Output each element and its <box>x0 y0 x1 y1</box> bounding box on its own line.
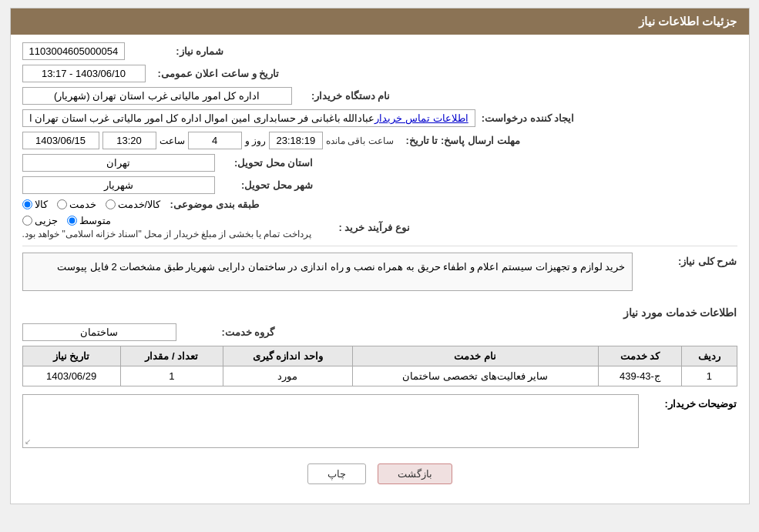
process-row: نوع فرآیند خرید : متوسط جزیی پرداخت تمام… <box>22 215 737 239</box>
creator-value-box: اطلاعات تماس خریدار عبادالله باغبانی فر … <box>22 109 475 127</box>
buyer-desc-section: توضیحات خریدار: ↙ <box>22 394 737 448</box>
table-cell-4: 1 <box>120 366 223 386</box>
category-option-1-label: کالا <box>35 199 48 210</box>
buyer-org-value: اداره کل امور مالیاتی غرب استان تهران (ش… <box>22 87 292 105</box>
process-note: پرداخت تمام یا بخشی از مبلغ خریدار از مح… <box>22 229 311 239</box>
resize-indicator: ↙ <box>25 437 31 446</box>
table-row: 1ج-43-439سایر فعالیت‌های تخصصی ساختمانمو… <box>22 366 737 386</box>
table-head: ردیف کد خدمت نام خدمت واحد اندازه گیری ت… <box>22 346 737 366</box>
need-number-value: 1103004605000054 <box>22 42 126 60</box>
deadline-time: 13:20 <box>102 132 156 149</box>
creator-label: ایجاد کننده درخواست: <box>482 112 575 124</box>
table-cell-1: ج-43-439 <box>598 366 681 386</box>
category-option-2-label: خدمت <box>69 199 96 210</box>
deadline-row: مهلت ارسال پاسخ: تا تاریخ: ساعت باقی مان… <box>22 132 737 149</box>
table-cell-2: سایر فعالیت‌های تخصصی ساختمان <box>352 366 598 386</box>
creator-link[interactable]: اطلاعات تماس خریدار <box>374 112 468 124</box>
process-label: نوع فرآیند خرید : <box>317 222 410 233</box>
category-radio-group: کالا/خدمت خدمت کالا <box>22 199 161 210</box>
need-desc-label: شرح کلی نیاز: <box>645 253 737 267</box>
service-group-row: گروه خدمت: ساختمان <box>22 323 737 341</box>
page-title: جزئیات اطلاعات نیاز <box>639 15 737 28</box>
need-desc-row: شرح کلی نیاز: خرید لوازم و تجهیزات سیستم… <box>22 253 737 299</box>
province-value: تهران <box>22 154 215 172</box>
announcement-value: 1403/06/10 - 13:17 <box>22 65 146 82</box>
print-button[interactable]: چاپ <box>307 463 366 484</box>
province-row: استان محل تحویل: تهران <box>22 154 737 172</box>
province-label: استان محل تحویل: <box>221 157 314 169</box>
deadline-days: 4 <box>188 132 242 149</box>
process-radio-1[interactable] <box>22 216 32 226</box>
col-unit: واحد اندازه گیری <box>223 346 352 366</box>
process-option-1-label: جزیی <box>35 215 58 226</box>
remaining-label: ساعت باقی مانده <box>326 136 394 146</box>
category-label: طبقه بندی موضوعی: <box>166 199 259 210</box>
category-radio-2[interactable] <box>57 199 67 209</box>
services-table-section: ردیف کد خدمت نام خدمت واحد اندازه گیری ت… <box>22 346 737 386</box>
need-number-row: شماره نیاز: 1103004605000054 <box>22 42 737 60</box>
col-service-code: کد خدمت <box>598 346 681 366</box>
city-label: شهر محل تحویل: <box>221 179 314 191</box>
process-option-2[interactable]: متوسط <box>67 215 111 226</box>
remaining-time: 23:18:19 <box>269 132 323 149</box>
page-container: جزئیات اطلاعات نیاز شماره نیاز: 11030046… <box>10 8 750 504</box>
creator-row: ایجاد کننده درخواست: اطلاعات تماس خریدار… <box>22 109 737 127</box>
col-date: تاریخ نیاز <box>22 346 120 366</box>
col-row-num: ردیف <box>682 346 737 366</box>
category-option-3-label: کالا/خدمت <box>118 199 161 210</box>
time-label: ساعت <box>160 136 185 146</box>
footer-buttons: بازگشت چاپ <box>22 456 737 496</box>
process-option-2-label: متوسط <box>79 215 111 226</box>
col-service-name: نام خدمت <box>352 346 598 366</box>
need-number-label: شماره نیاز: <box>131 45 223 57</box>
category-row: طبقه بندی موضوعی: کالا/خدمت خدمت کالا <box>22 199 737 210</box>
deadline-label: مهلت ارسال پاسخ: تا تاریخ: <box>406 135 520 146</box>
days-and-label: روز و <box>245 136 266 146</box>
page-header: جزئیات اطلاعات نیاز <box>11 8 749 35</box>
announcement-row: تاریخ و ساعت اعلان عمومی: 1403/06/10 - 1… <box>22 65 737 82</box>
table-cell-5: 1403/06/29 <box>22 366 120 386</box>
process-option-1[interactable]: جزیی <box>22 215 58 226</box>
service-group-value: ساختمان <box>22 323 176 341</box>
announcement-label: تاریخ و ساعت اعلان عمومی: <box>158 68 280 79</box>
divider-1 <box>22 246 737 246</box>
col-quantity: تعداد / مقدار <box>120 346 223 366</box>
buyer-desc-box: ↙ <box>22 394 639 448</box>
service-group-label: گروه خدمت: <box>183 326 275 338</box>
category-option-3[interactable]: کالا/خدمت <box>106 199 161 210</box>
city-value: شهریار <box>22 176 215 194</box>
category-radio-3[interactable] <box>106 199 116 209</box>
creator-name: عبادالله باغبانی فر حسابداری امین اموال … <box>29 112 375 124</box>
table-header-row: ردیف کد خدمت نام خدمت واحد اندازه گیری ت… <box>22 346 737 366</box>
buyer-org-row: نام دستگاه خریدار: اداره کل امور مالیاتی… <box>22 87 737 105</box>
services-table: ردیف کد خدمت نام خدمت واحد اندازه گیری ت… <box>22 346 737 386</box>
back-button[interactable]: بازگشت <box>378 463 452 484</box>
content-area: شماره نیاز: 1103004605000054 تاریخ و ساع… <box>11 35 749 504</box>
buyer-org-label: نام دستگاه خریدار: <box>298 90 391 102</box>
need-desc-value: خرید لوازم و تجهیزات سیستم اعلام و اطفاء… <box>22 253 633 291</box>
deadline-date: 1403/06/15 <box>22 132 99 149</box>
process-radio-group: متوسط جزیی <box>22 215 111 226</box>
table-cell-3: مورد <box>223 366 352 386</box>
deadline-group: ساعت باقی مانده 23:18:19 روز و 4 ساعت 13… <box>22 132 394 149</box>
category-option-1[interactable]: کالا <box>22 199 48 210</box>
category-option-2[interactable]: خدمت <box>57 199 96 210</box>
process-radio-2[interactable] <box>67 216 77 226</box>
remaining-group: ساعت باقی مانده 23:18:19 روز و 4 ساعت 13… <box>22 132 394 149</box>
table-body: 1ج-43-439سایر فعالیت‌های تخصصی ساختمانمو… <box>22 366 737 386</box>
table-cell-0: 1 <box>682 366 737 386</box>
buyer-desc-label: توضیحات خریدار: <box>645 394 737 410</box>
services-section-title: اطلاعات خدمات مورد نیاز <box>22 306 737 319</box>
city-row: شهر محل تحویل: شهریار <box>22 176 737 194</box>
process-group: متوسط جزیی پرداخت تمام یا بخشی از مبلغ خ… <box>22 215 311 239</box>
category-radio-1[interactable] <box>22 199 32 209</box>
